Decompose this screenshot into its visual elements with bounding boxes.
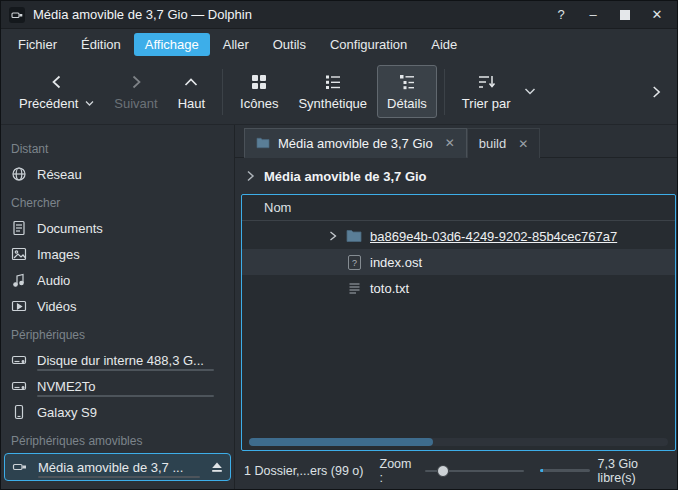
column-header-nom[interactable]: Nom bbox=[242, 195, 675, 221]
menu-affichage[interactable]: Affichage bbox=[134, 33, 210, 56]
status-bar: 1 Dossier,...ers (99 o) Zoom : 7,3 Gio l… bbox=[235, 452, 677, 489]
menu-aide[interactable]: Aide bbox=[420, 33, 468, 56]
tab-bar: Média amovible de 3,7 Gio ✕ build ✕ bbox=[235, 125, 677, 158]
usb-drive-icon bbox=[12, 459, 28, 475]
back-label: Précédent bbox=[19, 96, 78, 111]
chevron-up-icon bbox=[181, 72, 201, 92]
menu-outils[interactable]: Outils bbox=[262, 33, 317, 56]
back-button[interactable]: Précédent bbox=[9, 65, 104, 118]
sidebar-item-galaxy-s9[interactable]: Galaxy S9 bbox=[1, 399, 234, 425]
audio-icon bbox=[11, 272, 27, 288]
breadcrumb[interactable]: Média amovible de 3,7 Gio bbox=[235, 158, 677, 194]
zoom-slider[interactable] bbox=[425, 464, 525, 478]
harddisk-icon bbox=[11, 352, 27, 368]
section-peripheriques-amovibles: Périphériques amovibles bbox=[1, 425, 234, 453]
toolbar-overflow-chevron-icon[interactable] bbox=[643, 83, 669, 101]
sidebar-item-videos[interactable]: Vidéos bbox=[1, 293, 234, 319]
tab-close-icon[interactable]: ✕ bbox=[518, 137, 528, 151]
places-panel: Distant Réseau Chercher Documents Images… bbox=[1, 125, 235, 489]
section-peripheriques: Périphériques bbox=[1, 319, 234, 347]
content-area: Distant Réseau Chercher Documents Images… bbox=[1, 125, 677, 489]
help-button[interactable]: ? bbox=[549, 5, 573, 25]
sidebar-item-documents[interactable]: Documents bbox=[1, 215, 234, 241]
tab-label: build bbox=[479, 136, 506, 151]
eject-icon[interactable] bbox=[211, 461, 223, 473]
icons-view-button[interactable]: Icônes bbox=[230, 65, 288, 118]
horizontal-scrollbar[interactable] bbox=[249, 438, 668, 446]
icons-view-icon bbox=[249, 72, 269, 92]
sort-by-button[interactable]: Trier par bbox=[452, 65, 521, 118]
toolbar-separator bbox=[444, 69, 445, 115]
toolbar-separator bbox=[222, 69, 223, 115]
dolphin-window: Média amovible de 3,7 Gio — Dolphin ? – … bbox=[0, 0, 678, 490]
sidebar-item-label: Galaxy S9 bbox=[37, 405, 97, 420]
file-name[interactable]: index.ost bbox=[370, 255, 422, 270]
details-view-label: Détails bbox=[387, 96, 427, 111]
sidebar-item-disque-interne[interactable]: Disque dur interne 488,3 G... bbox=[1, 347, 234, 373]
file-name[interactable]: toto.txt bbox=[370, 281, 409, 296]
zoom-slider-handle[interactable] bbox=[437, 465, 449, 477]
free-space-widget: 7,3 Gio libre(s) bbox=[540, 457, 667, 485]
sidebar-item-label: Images bbox=[37, 247, 80, 262]
section-chercher: Chercher bbox=[1, 187, 234, 215]
sidebar-item-media-amovible[interactable]: Média amovible de 3,7 ... bbox=[4, 453, 231, 481]
chevron-right-icon bbox=[126, 72, 146, 92]
chevron-down-icon bbox=[85, 100, 94, 107]
free-space-label: 7,3 Gio libre(s) bbox=[598, 457, 667, 485]
forward-button[interactable]: Suivant bbox=[104, 65, 167, 118]
compact-view-button[interactable]: Synthétique bbox=[288, 65, 377, 118]
zoom-control: Zoom : bbox=[380, 457, 525, 485]
menu-configuration[interactable]: Configuration bbox=[319, 33, 418, 56]
maximize-icon bbox=[620, 10, 630, 20]
details-view-button[interactable]: Détails bbox=[377, 65, 437, 118]
sort-dropdown-chevron-icon[interactable] bbox=[524, 87, 536, 96]
file-row-folder[interactable]: ba869e4b-03d6-4249-9202-85b4cec767a7 bbox=[242, 223, 675, 249]
tab-media-amovible[interactable]: Média amovible de 3,7 Gio ✕ bbox=[244, 128, 467, 158]
section-distant: Distant bbox=[1, 133, 234, 161]
compact-view-label: Synthétique bbox=[298, 96, 367, 111]
disk-usage-bar bbox=[37, 369, 214, 371]
up-label: Haut bbox=[178, 96, 205, 111]
sort-icon bbox=[476, 72, 496, 92]
file-name[interactable]: ba869e4b-03d6-4249-9202-85b4cec767a7 bbox=[370, 229, 617, 244]
disk-usage-bar bbox=[37, 395, 214, 397]
sidebar-item-reseau[interactable]: Réseau bbox=[1, 161, 234, 187]
file-view[interactable]: Nom ba869e4b-03d6-4249-9202-85b4cec767a7… bbox=[241, 194, 676, 451]
harddisk-icon bbox=[11, 378, 27, 394]
titlebar[interactable]: Média amovible de 3,7 Gio — Dolphin ? – … bbox=[1, 1, 677, 29]
file-row-toto-txt[interactable]: toto.txt bbox=[242, 275, 675, 301]
tab-close-icon[interactable]: ✕ bbox=[445, 136, 455, 150]
forward-label: Suivant bbox=[114, 96, 157, 111]
unknown-file-icon: ? bbox=[344, 255, 364, 270]
close-button[interactable]: ✕ bbox=[645, 5, 669, 25]
sort-by-label: Trier par bbox=[462, 96, 511, 111]
minimize-button[interactable]: – bbox=[581, 5, 605, 25]
menu-aller[interactable]: Aller bbox=[212, 33, 260, 56]
zoom-label: Zoom : bbox=[380, 457, 417, 485]
free-space-bar bbox=[540, 469, 589, 472]
scrollbar-thumb[interactable] bbox=[249, 438, 433, 446]
file-row-index-ost[interactable]: ? index.ost bbox=[242, 249, 675, 275]
expand-arrow-icon[interactable] bbox=[322, 231, 344, 241]
sidebar-item-label: Disque dur interne 488,3 G... bbox=[37, 353, 204, 368]
sidebar-item-nvme2to[interactable]: NVME2To bbox=[1, 373, 234, 399]
up-button[interactable]: Haut bbox=[168, 65, 215, 118]
breadcrumb-current-folder[interactable]: Média amovible de 3,7 Gio bbox=[264, 169, 427, 184]
details-view-icon bbox=[397, 72, 417, 92]
sidebar-item-label: Réseau bbox=[37, 167, 82, 182]
image-icon bbox=[11, 246, 27, 262]
menu-fichier[interactable]: Fichier bbox=[7, 33, 68, 56]
sidebar-item-label: Média amovible de 3,7 ... bbox=[38, 460, 183, 475]
chevron-left-icon bbox=[47, 72, 67, 92]
text-file-icon bbox=[344, 281, 364, 296]
menu-edition[interactable]: Édition bbox=[70, 33, 132, 56]
sidebar-item-label: NVME2To bbox=[37, 379, 96, 394]
maximize-button[interactable] bbox=[613, 5, 637, 25]
sidebar-item-images[interactable]: Images bbox=[1, 241, 234, 267]
free-space-fill bbox=[540, 469, 543, 472]
sidebar-item-audio[interactable]: Audio bbox=[1, 267, 234, 293]
folder-icon bbox=[256, 137, 270, 149]
chevron-right-icon[interactable] bbox=[246, 170, 255, 182]
tab-build[interactable]: build ✕ bbox=[467, 128, 541, 158]
tab-label: Média amovible de 3,7 Gio bbox=[278, 136, 433, 151]
